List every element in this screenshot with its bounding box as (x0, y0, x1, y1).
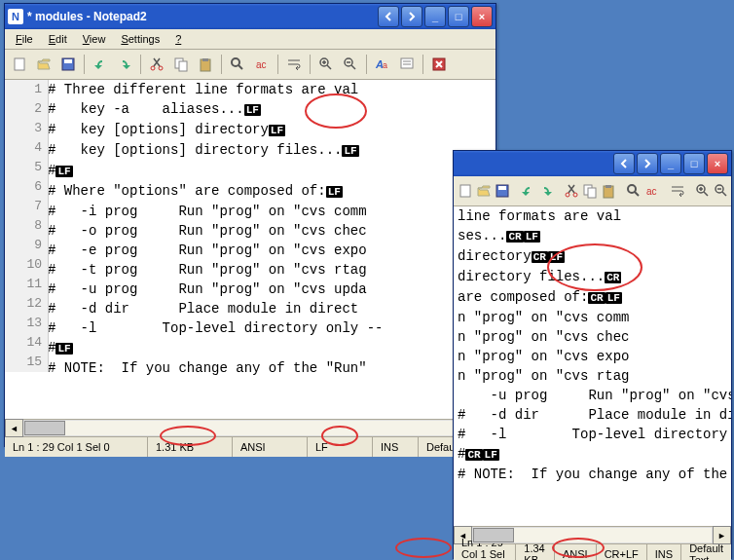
toolbar-scheme-button[interactable]: Aa (371, 53, 394, 76)
status-insert-mode: INS (647, 544, 681, 560)
toolbar-undo-button[interactable] (89, 53, 112, 76)
statusbar: Ln 1 : 29 Col 1 Sel 0 1.34 KB ANSI CR+LF… (454, 543, 731, 560)
svg-point-20 (566, 193, 569, 197)
toolbar-zoomout-button[interactable] (339, 53, 362, 76)
toolbar-save-button[interactable] (494, 179, 511, 203)
editor-area[interactable]: line formats are valses...CRLFdirectoryC… (454, 206, 731, 526)
status-syntax: Default Text (681, 544, 731, 560)
toolbar-zoomout-button[interactable] (713, 179, 730, 203)
svg-point-9 (232, 58, 239, 66)
notepad2-window-crlf: _ □ × acAa line formats are valses...CRL… (453, 150, 732, 559)
close-button[interactable]: × (707, 153, 728, 174)
toolbar-wrap-button[interactable] (282, 53, 306, 76)
notepad2-window-lf: N * modules - Notepad2 _ □ × File Edit V… (4, 3, 496, 447)
svg-rect-19 (498, 186, 506, 190)
minimize-button[interactable]: _ (424, 6, 446, 27)
window-left-button[interactable] (613, 153, 635, 174)
svg-point-21 (573, 193, 577, 197)
scroll-thumb[interactable] (473, 528, 514, 542)
toolbar-replace-button[interactable]: ac (250, 53, 274, 76)
code-content[interactable]: # Three different line formats are val# … (48, 80, 495, 378)
menu-edit[interactable]: Edit (42, 31, 74, 47)
status-encoding: ANSI (555, 544, 597, 560)
code-content[interactable]: line formats are valses...CRLFdirectoryC… (458, 206, 731, 484)
titlebar[interactable]: N * modules - Notepad2 _ □ × (5, 4, 495, 29)
menu-settings[interactable]: Settings (114, 31, 166, 47)
svg-text:ac: ac (256, 59, 267, 70)
status-lineending: LF (308, 437, 373, 457)
toolbar-copy-button[interactable] (581, 179, 599, 203)
menubar: File Edit View Settings ? (5, 29, 495, 50)
status-position: Ln 1 : 29 Col 1 Sel 0 (5, 437, 148, 457)
horizontal-scrollbar[interactable]: ◄ ► (454, 526, 731, 543)
status-encoding: ANSI (233, 437, 308, 457)
titlebar[interactable]: _ □ × (454, 151, 731, 176)
annotation-circle (395, 538, 452, 558)
line-gutter: 123456789101112131415 (5, 80, 49, 372)
toolbar-redo-button[interactable] (113, 53, 136, 76)
svg-text:a: a (383, 60, 387, 70)
close-button[interactable]: × (471, 6, 493, 27)
svg-rect-25 (606, 185, 611, 188)
toolbar-settings-button[interactable] (395, 53, 419, 76)
toolbar-redo-button[interactable] (537, 179, 555, 203)
toolbar-zoomin-button[interactable] (314, 53, 338, 76)
toolbar-save-button[interactable] (56, 53, 80, 76)
minimize-button[interactable]: _ (660, 153, 681, 174)
status-position: Ln 1 : 29 Col 1 Sel 0 (454, 544, 516, 560)
svg-point-4 (159, 66, 163, 70)
editor-area[interactable]: 123456789101112131415 # Three different … (5, 80, 495, 419)
window-title: * modules - Notepad2 (27, 10, 378, 23)
svg-text:ac: ac (646, 186, 657, 197)
toolbar-cut-button[interactable] (563, 179, 580, 203)
status-filesize: 1.34 KB (516, 544, 555, 560)
toolbar-undo-button[interactable] (519, 179, 536, 203)
scroll-track[interactable] (23, 420, 477, 436)
horizontal-scrollbar[interactable]: ◄ ► (5, 419, 495, 436)
window-right-button[interactable] (401, 6, 422, 27)
svg-rect-15 (401, 58, 413, 68)
svg-rect-6 (179, 61, 187, 71)
toolbar-find-button[interactable] (625, 179, 642, 203)
toolbar-exit-button[interactable] (427, 53, 451, 76)
maximize-button[interactable]: □ (683, 153, 705, 174)
menu-file[interactable]: File (9, 31, 40, 47)
toolbar-new-button[interactable] (457, 179, 474, 203)
scroll-thumb[interactable] (24, 421, 65, 435)
toolbar-paste-button[interactable] (194, 53, 217, 76)
svg-rect-2 (64, 59, 72, 63)
status-insert-mode: INS (373, 437, 419, 457)
toolbar-open-button[interactable] (475, 179, 493, 203)
statusbar: Ln 1 : 29 Col 1 Sel 0 1.31 KB ANSI LF IN… (5, 436, 495, 457)
menu-help[interactable]: ? (168, 31, 188, 47)
scroll-left-button[interactable]: ◄ (5, 419, 23, 437)
toolbar: acAa (454, 176, 731, 206)
app-icon: N (8, 9, 23, 24)
toolbar-open-button[interactable] (32, 53, 55, 76)
svg-rect-8 (202, 58, 208, 61)
toolbar-find-button[interactable] (226, 53, 249, 76)
toolbar-copy-button[interactable] (169, 53, 193, 76)
svg-point-26 (628, 185, 636, 193)
scroll-track[interactable] (472, 527, 713, 543)
status-filesize: 1.31 KB (148, 437, 233, 457)
toolbar-paste-button[interactable] (600, 179, 617, 203)
toolbar-replace-button[interactable]: ac (643, 179, 661, 203)
svg-rect-23 (588, 188, 596, 198)
window-left-button[interactable] (378, 6, 399, 27)
status-lineending: CR+LF (597, 544, 647, 560)
maximize-button[interactable]: □ (448, 6, 469, 27)
toolbar-zoomin-button[interactable] (694, 179, 712, 203)
svg-rect-17 (460, 185, 470, 197)
menu-view[interactable]: View (76, 31, 113, 47)
svg-point-3 (151, 66, 155, 70)
toolbar-new-button[interactable] (8, 53, 31, 76)
toolbar: acAa (5, 50, 495, 80)
window-right-button[interactable] (637, 153, 658, 174)
toolbar-wrap-button[interactable] (669, 179, 686, 203)
toolbar-cut-button[interactable] (145, 53, 168, 76)
svg-rect-0 (15, 58, 24, 70)
